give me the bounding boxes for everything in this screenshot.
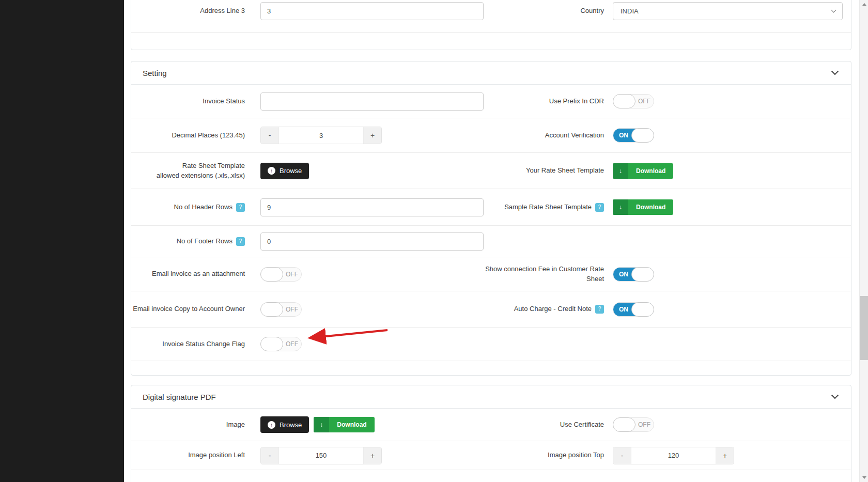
decrement-button[interactable]: - bbox=[261, 127, 278, 144]
toggle-knob bbox=[260, 267, 283, 282]
account-verification-label: Account Verification bbox=[484, 131, 604, 141]
address-card: Address Line 3 Country INDIA bbox=[131, 0, 851, 50]
country-label: Country bbox=[484, 6, 604, 16]
image-top-input[interactable] bbox=[631, 447, 716, 464]
download-button-label: Download bbox=[329, 417, 374, 432]
toggle-state-label: OFF bbox=[636, 418, 653, 431]
decimal-places-row: Decimal Places (123.45) - + Account Veri… bbox=[131, 118, 851, 153]
toggle-state-label: ON bbox=[614, 303, 633, 316]
use-certificate-label: Use Certificate bbox=[484, 420, 604, 430]
help-icon[interactable]: ? bbox=[236, 237, 245, 246]
use-prefix-label: Use Prefix In CDR bbox=[484, 97, 604, 106]
toggle-knob bbox=[260, 302, 283, 317]
setting-header: Setting bbox=[131, 61, 851, 85]
account-verification-toggle[interactable]: ON bbox=[613, 128, 654, 143]
collapse-chevron-icon[interactable] bbox=[831, 68, 839, 75]
settings-page: Address Line 3 Country INDIA bbox=[0, 0, 868, 482]
signature-image-row: Image ↑ Browse ↓ Download Use Certificat… bbox=[131, 409, 851, 441]
help-icon[interactable]: ? bbox=[595, 305, 604, 314]
email-copy-row: Email invoice Copy to Account Owner OFF … bbox=[131, 291, 851, 328]
image-position-row: Image position Left - + Image position T… bbox=[131, 441, 851, 470]
toggle-knob bbox=[613, 94, 636, 108]
empty-row bbox=[131, 361, 851, 376]
rate-sheet-browse-button[interactable]: ↑ Browse bbox=[260, 163, 309, 179]
email-attachment-label: Email invoice as an attachment bbox=[131, 269, 245, 279]
email-attachment-toggle[interactable]: OFF bbox=[260, 267, 302, 282]
use-certificate-toggle[interactable]: OFF bbox=[613, 417, 654, 432]
footer-rows-row: No of Footer Rows? bbox=[131, 226, 851, 257]
invoice-status-label: Invoice Status bbox=[131, 97, 245, 106]
address-line3-input[interactable] bbox=[260, 2, 484, 20]
increment-button[interactable]: + bbox=[716, 447, 734, 464]
browse-button-label: Browse bbox=[280, 421, 302, 429]
toggle-knob bbox=[631, 267, 654, 282]
help-icon[interactable]: ? bbox=[236, 203, 245, 212]
image-download-button[interactable]: ↓ Download bbox=[314, 417, 374, 432]
show-connection-fee-toggle[interactable]: ON bbox=[613, 267, 654, 282]
image-position-left-label: Image position Left bbox=[131, 450, 245, 460]
auto-charge-toggle[interactable]: ON bbox=[613, 302, 654, 317]
scroll-down-button[interactable] bbox=[860, 473, 868, 482]
sample-rate-sheet-download-button[interactable]: ↓ Download bbox=[613, 199, 673, 215]
your-rate-sheet-label: Your Rate Sheet Template bbox=[484, 166, 604, 176]
scrollbar-thumb[interactable] bbox=[860, 296, 868, 360]
address-line3-label: Address Line 3 bbox=[131, 6, 245, 16]
auto-charge-label: Auto Charge - Credit Note bbox=[514, 305, 592, 313]
collapse-chevron-icon[interactable] bbox=[831, 392, 839, 399]
invoice-flag-label: Invoice Status Change Flag bbox=[131, 339, 245, 349]
email-copy-toggle[interactable]: OFF bbox=[260, 302, 302, 317]
increment-button[interactable]: + bbox=[364, 127, 381, 144]
upload-icon: ↑ bbox=[268, 167, 275, 175]
triangle-up-icon bbox=[862, 3, 866, 6]
download-icon: ↓ bbox=[314, 417, 329, 432]
download-icon: ↓ bbox=[613, 163, 628, 179]
decimal-places-stepper: - + bbox=[260, 127, 382, 144]
footer-rows-input[interactable] bbox=[260, 232, 484, 251]
setting-title: Setting bbox=[143, 69, 167, 77]
scroll-up-button[interactable] bbox=[860, 0, 868, 9]
triangle-down-icon bbox=[862, 476, 866, 479]
increment-button[interactable]: + bbox=[364, 447, 381, 464]
decimal-places-input[interactable] bbox=[278, 127, 364, 144]
show-connection-fee-label: Show connection Fee in Customer Rate She… bbox=[484, 265, 604, 284]
decrement-button[interactable]: - bbox=[613, 447, 631, 464]
download-button-label: Download bbox=[628, 163, 673, 179]
sample-rate-sheet-label: Sample Rate Sheet Template bbox=[504, 203, 592, 211]
use-prefix-toggle[interactable]: OFF bbox=[613, 94, 654, 108]
country-value: INDIA bbox=[621, 7, 639, 15]
toggle-state-label: ON bbox=[614, 129, 633, 142]
image-browse-button[interactable]: ↑ Browse bbox=[260, 416, 309, 433]
toggle-knob bbox=[260, 337, 283, 351]
browse-button-label: Browse bbox=[280, 167, 302, 175]
toggle-knob bbox=[631, 128, 654, 143]
upload-icon: ↑ bbox=[268, 421, 275, 429]
image-left-input[interactable] bbox=[278, 447, 364, 464]
decrement-button[interactable]: - bbox=[261, 447, 278, 464]
toggle-knob bbox=[631, 302, 654, 317]
setting-card: Setting Invoice Status Use Prefix In CDR bbox=[131, 61, 851, 376]
download-icon: ↓ bbox=[613, 199, 628, 215]
toggle-state-label: ON bbox=[614, 268, 633, 281]
your-rate-sheet-download-button[interactable]: ↓ Download bbox=[613, 163, 673, 179]
toggle-state-label: OFF bbox=[284, 303, 300, 316]
image-label: Image bbox=[131, 420, 245, 430]
digital-signature-title: Digital signature PDF bbox=[143, 393, 216, 401]
toggle-state-label: OFF bbox=[284, 337, 300, 351]
download-button-label: Download bbox=[628, 199, 673, 215]
toggle-knob bbox=[613, 417, 636, 432]
rate-sheet-template-row: Rate Sheet Template allowed extensions (… bbox=[131, 153, 851, 189]
vertical-scrollbar[interactable] bbox=[859, 0, 868, 482]
invoice-status-input[interactable] bbox=[260, 92, 484, 111]
rate-sheet-template-sublabel: allowed extensions (.xls,.xlsx) bbox=[131, 171, 245, 181]
digital-signature-card: Digital signature PDF Image ↑ Browse ↓ D… bbox=[131, 385, 851, 482]
invoice-flag-toggle[interactable]: OFF bbox=[260, 337, 302, 351]
header-rows-label: No of Header Rows bbox=[174, 203, 233, 211]
header-rows-input[interactable] bbox=[260, 198, 484, 216]
image-position-top-label: Image position Top bbox=[484, 450, 604, 460]
help-icon[interactable]: ? bbox=[595, 203, 604, 212]
empty-row bbox=[131, 470, 851, 482]
image-top-stepper: - + bbox=[613, 447, 734, 464]
country-select[interactable]: INDIA bbox=[613, 2, 843, 20]
sidebar-nav bbox=[0, 0, 124, 482]
invoice-flag-row: Invoice Status Change Flag OFF bbox=[131, 328, 851, 361]
